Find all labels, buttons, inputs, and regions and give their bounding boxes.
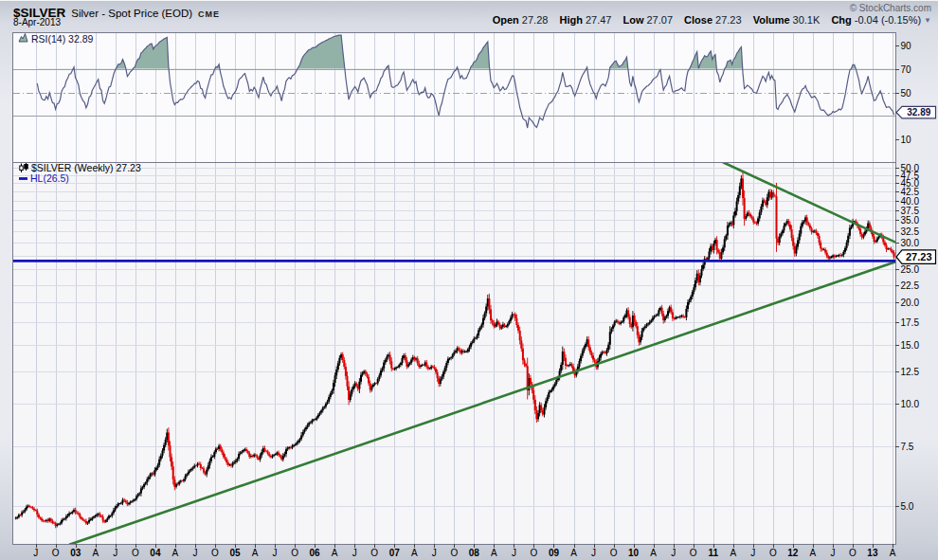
x-axis-label: O — [450, 548, 458, 558]
price-axis-label: 35.0 — [901, 215, 920, 226]
price-axis-label: 17.5 — [901, 317, 920, 328]
stockcharts-chart-page: $SILVERSilver - Spot Price (EOD)CME 8-Ap… — [0, 0, 938, 560]
price-axis-label: 20.0 — [901, 298, 920, 308]
price-value-box-text: 27.23 — [906, 251, 932, 262]
candlestick-legend-icon — [25, 165, 27, 170]
x-axis-label: 06 — [310, 548, 321, 558]
x-axis-label: A — [491, 548, 497, 558]
x-axis-label: O — [769, 548, 777, 558]
rsi-legend: RSI(14) 32.89 — [31, 33, 94, 45]
x-axis-label: A — [650, 548, 657, 558]
price-axis-label: 5.0 — [901, 501, 914, 512]
x-axis-label: A — [252, 548, 259, 558]
price-axis-label: 12.5 — [901, 367, 920, 377]
rsi-axis-label: 50 — [901, 88, 912, 99]
x-axis-label: 09 — [549, 548, 560, 558]
x-axis-label: 08 — [469, 548, 480, 558]
x-axis-label: O — [849, 548, 857, 558]
x-axis-label: 04 — [150, 548, 161, 558]
x-axis-label: O — [690, 548, 697, 558]
x-axis-label: J — [591, 548, 596, 558]
x-axis-label: J — [192, 548, 197, 558]
rsi-value-box-text: 32.89 — [907, 107, 930, 117]
x-axis-label: O — [610, 548, 618, 558]
price-axis-label: 7.5 — [901, 442, 914, 452]
x-axis-label: 13 — [867, 548, 878, 558]
x-axis-label: J — [432, 548, 437, 558]
x-axis-label: 10 — [628, 548, 640, 558]
x-axis-label: A — [890, 548, 896, 558]
chart-canvas: 50.047.545.042.540.037.535.032.530.025.0… — [0, 1, 938, 560]
x-axis-label: O — [211, 548, 219, 558]
price-axis-label: 15.0 — [901, 340, 920, 351]
rsi-axis-label: 10 — [901, 135, 912, 145]
x-axis-label: A — [172, 548, 179, 558]
x-axis-label: J — [352, 548, 357, 558]
x-axis-label: O — [531, 548, 538, 558]
x-axis-label: A — [810, 548, 817, 558]
x-axis-label: J — [33, 548, 38, 558]
x-axis-label: 11 — [708, 548, 718, 558]
price-axis-label: 22.5 — [901, 280, 920, 291]
rsi-axis-label: 70 — [901, 64, 912, 75]
rsi-axis-label: 90 — [901, 41, 912, 51]
x-axis-label: O — [370, 548, 378, 558]
x-axis-label: A — [92, 548, 99, 558]
x-axis-label: 07 — [389, 548, 401, 558]
price-axis-label: 30.0 — [901, 238, 920, 248]
x-axis-labels: JO03AJO04AJO05AJO06AJO07AJO08AJO09AJO10A… — [33, 544, 895, 558]
x-axis-label: O — [291, 548, 298, 558]
x-axis-label: J — [750, 548, 755, 558]
x-axis-label: J — [830, 548, 835, 558]
price-axis-label: 10.0 — [901, 399, 920, 409]
hl-legend: HL(26.5) — [30, 172, 69, 184]
x-axis-label: A — [332, 548, 338, 558]
x-axis-label: J — [113, 548, 117, 558]
x-axis-label: 12 — [787, 548, 799, 558]
x-axis-label: J — [273, 548, 278, 558]
x-axis-label: J — [671, 548, 676, 558]
price-axis-label: 25.0 — [901, 264, 920, 275]
price-axis-label: 32.5 — [901, 226, 920, 237]
x-axis-label: O — [132, 548, 139, 558]
x-axis-label: J — [512, 548, 516, 558]
x-axis-label: O — [52, 548, 60, 558]
x-axis-label: A — [411, 548, 418, 558]
x-axis-label: A — [730, 548, 736, 558]
x-axis-label: 05 — [229, 548, 241, 558]
x-axis-label: A — [570, 548, 577, 558]
x-axis-label: 03 — [70, 548, 81, 558]
